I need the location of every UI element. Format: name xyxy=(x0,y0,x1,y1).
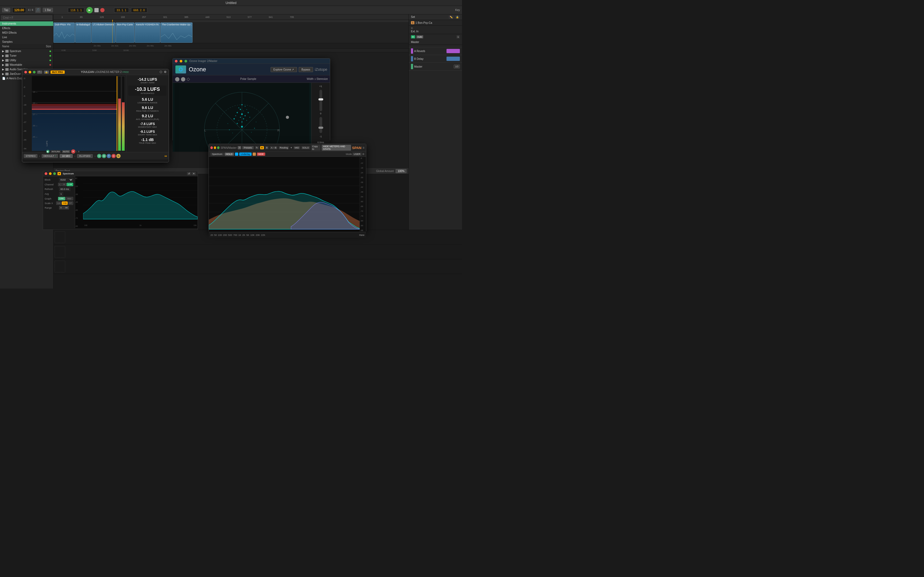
time-select[interactable]: 10 SEC xyxy=(60,154,73,158)
ch-lr-btn[interactable]: L+R xyxy=(66,183,73,186)
record-button[interactable] xyxy=(100,8,105,12)
hide-btn[interactable]: HIDE METERS AND STATS xyxy=(321,145,351,151)
reset-btn[interactable]: ✕ xyxy=(71,149,75,153)
audio-clip[interactable]: The-Cranberries-Wake-Up-Ar xyxy=(160,23,192,43)
minimize-button[interactable] xyxy=(29,71,31,73)
a-btn[interactable]: A xyxy=(260,146,264,149)
range-high[interactable]: -96 xyxy=(63,206,69,210)
hold-btn[interactable]: HOLD xyxy=(225,153,234,156)
settings-icon[interactable]: ⚙ xyxy=(164,70,166,74)
maximize-button[interactable] xyxy=(33,71,36,73)
sidebar-item-wavetable[interactable]: ▶ Wavetable xyxy=(0,63,53,67)
routing-btn[interactable]: Routing xyxy=(279,146,289,149)
spectrum-tab[interactable]: Spectrum xyxy=(210,153,224,156)
empty-slot[interactable] xyxy=(55,231,65,243)
sidebar-item-live[interactable]: Live xyxy=(0,35,53,40)
buy-pro-badge[interactable]: BUY PRO xyxy=(50,71,65,74)
ch-r-btn[interactable]: R xyxy=(62,183,66,186)
copy-to-btn[interactable]: Copy to xyxy=(311,145,321,151)
stereo-btn[interactable]: STEREO xyxy=(24,154,37,158)
close-button[interactable] xyxy=(210,147,213,149)
sidebar-item-utility[interactable]: ▶ Utility xyxy=(0,58,53,63)
empty-slot[interactable] xyxy=(55,261,65,272)
maximize-button[interactable] xyxy=(217,147,220,149)
refresh-value[interactable]: 60.0 ms xyxy=(59,187,70,191)
g-icon[interactable]: G xyxy=(116,154,121,158)
position-display[interactable]: 118. 1. 1 xyxy=(68,8,84,13)
help-btn[interactable]: ? xyxy=(238,146,241,149)
auto-btn[interactable]: Auto xyxy=(416,35,423,39)
expand-icon[interactable]: ⬡ xyxy=(160,70,162,74)
bypass-button[interactable]: Bypass xyxy=(299,67,313,72)
fx-reverb[interactable]: A Reverb xyxy=(409,47,462,55)
minimize-button[interactable] xyxy=(49,172,52,175)
global-amount-value[interactable]: 100% xyxy=(396,169,406,173)
sidebar-item-spectrum[interactable]: ▶ Spectrum xyxy=(0,49,53,53)
default-btn[interactable]: DEFAULT + xyxy=(42,154,58,158)
audio-clip[interactable]: Bon-Psy-Carte xyxy=(116,23,134,43)
user-btn[interactable]: USER xyxy=(352,153,362,156)
sidebar-item-effects[interactable]: Effects xyxy=(0,26,53,31)
close-button[interactable] xyxy=(175,60,178,63)
block-select[interactable]: 8192 xyxy=(59,178,73,182)
underlay-btn[interactable]: Underlay xyxy=(239,153,252,156)
elapsed-btn[interactable]: ELAPSED xyxy=(77,154,93,158)
int-lra-btn[interactable]: INT/LRA xyxy=(50,150,61,153)
avg-value[interactable]: 1 xyxy=(59,192,63,196)
forward-btn[interactable]: ⏭ xyxy=(165,155,167,157)
edit-icon[interactable]: ✏️ xyxy=(449,16,454,19)
sidebar-item-instruments[interactable]: Instruments xyxy=(0,21,53,26)
lin-btn[interactable]: Lin xyxy=(56,201,62,205)
audio-clip[interactable]: Kenichi-YOSHIDA-from-Yosh xyxy=(135,23,160,43)
tap-button[interactable]: Tap xyxy=(2,8,10,12)
m-icon[interactable]: M xyxy=(102,154,106,158)
tab-icon-3[interactable]: ◇ xyxy=(187,76,190,82)
minimize-button[interactable] xyxy=(214,147,216,149)
close-button[interactable] xyxy=(45,172,47,175)
tempo-display[interactable]: 120.00 xyxy=(12,8,26,13)
routing-dropdown[interactable]: ▼ xyxy=(290,147,292,149)
refresh-icon[interactable]: ↻ xyxy=(255,146,259,149)
metronome-icon[interactable]: 🎵 xyxy=(35,8,40,13)
t-icon[interactable]: T xyxy=(107,154,111,158)
delay-slider[interactable] xyxy=(320,117,322,133)
fx-delay[interactable]: B Delay xyxy=(409,55,462,63)
sidebar-item-midi[interactable]: MIDI Effects xyxy=(0,31,53,35)
auto-btn2[interactable]: AUTO xyxy=(62,150,70,153)
explore-ozone-button[interactable]: Explore Ozone ↗ xyxy=(271,67,297,72)
range-low[interactable]: 0 xyxy=(59,206,63,210)
lock-icon[interactable]: 🔒 xyxy=(455,16,460,19)
st-btn[interactable]: ST xyxy=(68,201,73,205)
tab-icon-1[interactable]: ⬤ xyxy=(175,76,180,82)
beats-display[interactable]: 668. 2. 0 xyxy=(131,8,147,13)
minimize-button[interactable] xyxy=(180,60,183,63)
stop-button[interactable] xyxy=(94,8,99,12)
b-btn[interactable]: B xyxy=(265,146,269,149)
ch-l-btn[interactable]: L xyxy=(58,183,62,186)
audio-clip[interactable]: Dub-Phizx -Fix xyxy=(53,23,75,43)
log-btn[interactable]: Log xyxy=(62,201,67,205)
empty-slot[interactable] xyxy=(55,246,65,258)
presets-btn[interactable]: Presets xyxy=(242,146,254,149)
audio-clip[interactable]: te-Babalagul xyxy=(75,23,91,43)
sidebar-item-samples[interactable]: Samples xyxy=(0,40,53,44)
in-btn[interactable]: In xyxy=(411,35,415,39)
fx-master[interactable]: Master 1/2 xyxy=(409,63,462,71)
side-btn[interactable]: SIDE xyxy=(257,153,265,156)
end-position-display[interactable]: 33. 1. 1 xyxy=(114,8,129,13)
menu-icon[interactable]: ≡ xyxy=(363,146,364,150)
width-slider[interactable] xyxy=(320,90,322,111)
search-input[interactable] xyxy=(1,16,52,20)
mid-btn[interactable]: MID xyxy=(294,146,300,149)
settings-icon2[interactable]: ⚙ xyxy=(362,153,364,155)
loop-btn[interactable]: 1 Bar xyxy=(43,8,53,12)
play-dot[interactable]: ▶ xyxy=(46,150,50,153)
s-icon[interactable]: S xyxy=(97,154,101,158)
sidebar-item-tuner[interactable]: ▶ Tuner xyxy=(0,53,53,58)
audio-clip[interactable]: LTJ-Buken-Demons-Them xyxy=(91,23,115,43)
play-button[interactable]: ▶ xyxy=(86,7,93,13)
power-led[interactable]: ● xyxy=(58,172,61,175)
d-icon[interactable]: D xyxy=(111,154,116,158)
maximize-button[interactable] xyxy=(53,172,56,175)
max-btn[interactable]: Max xyxy=(66,197,73,200)
